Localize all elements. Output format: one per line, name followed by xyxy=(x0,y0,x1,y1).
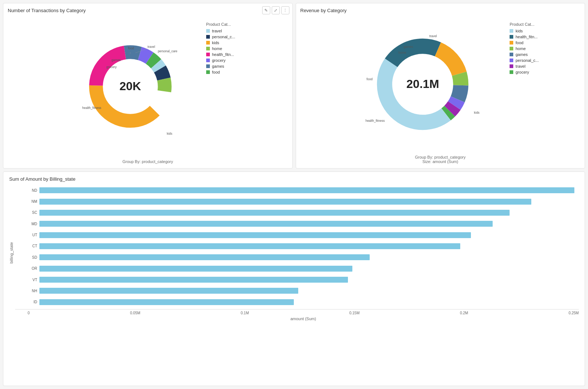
legend-item-travel: travel xyxy=(206,29,235,33)
chart2-legend: Product Cat... kids health_fitn... food xyxy=(510,22,539,74)
x-tick-5: 0.25M xyxy=(568,311,579,315)
legend-item-grocery: grocery xyxy=(206,58,235,63)
chart1-label-home: home xyxy=(88,138,96,138)
chart2-label-health: health_fitness xyxy=(366,119,385,122)
bar-label-ct: CT xyxy=(27,244,37,248)
legend-color-games xyxy=(206,64,210,68)
legend2-color-personal xyxy=(510,59,513,62)
legend-item-health: health_fitn... xyxy=(206,52,235,57)
legend2-item-games: games xyxy=(510,52,539,57)
chart2-donut-container: travel games home food health_fitness ki… xyxy=(342,18,504,151)
chart2-legend-title: Product Cat... xyxy=(510,22,539,26)
chart3-bars: ND NM SC xyxy=(15,185,579,308)
bar-row-md: MD xyxy=(27,220,579,228)
legend-label-kids: kids xyxy=(212,40,219,45)
bar-label-vt: VT xyxy=(27,278,37,282)
chart3-inner: ND NM SC xyxy=(15,185,579,321)
chart3-x-axis: 0 0.05M 0.1M 0.15M 0.2M 0.25M xyxy=(15,309,579,315)
legend-color-grocery xyxy=(206,59,210,62)
legend-item-home: home xyxy=(206,46,235,51)
chart2-label-games: games xyxy=(404,45,413,49)
edit-button[interactable]: ✎ xyxy=(262,6,270,14)
bar-bg-id xyxy=(39,299,579,305)
bar-row-nd: ND xyxy=(27,186,579,194)
chart1-label-travel: travel xyxy=(147,45,155,49)
chart-revenue-by-category: Revenue by Category xyxy=(296,3,585,169)
legend-color-travel xyxy=(206,29,210,33)
legend-color-kids xyxy=(206,41,210,45)
legend2-label-travel: travel xyxy=(515,64,525,68)
x-tick-1: 0.05M xyxy=(130,311,140,315)
bar-row-nh: NH xyxy=(27,287,579,295)
bar-row-ut: UT xyxy=(27,231,579,239)
chart1-label-games: games xyxy=(111,58,120,61)
bar-fill-nd xyxy=(39,187,574,193)
bar-bg-nm xyxy=(39,199,579,205)
bar-bg-sd xyxy=(39,254,579,260)
legend2-label-food: food xyxy=(515,40,523,45)
legend-label-travel: travel xyxy=(212,29,222,33)
x-tick-3: 0.15M xyxy=(349,311,360,315)
legend2-label-grocery: grocery xyxy=(515,70,529,74)
bar-fill-md xyxy=(39,221,493,227)
chart1-label-kids: kids xyxy=(167,131,172,135)
legend2-item-travel: travel xyxy=(510,64,539,68)
chart-sum-amount-by-state: Sum of Amount by Billing_state billing_s… xyxy=(3,171,585,386)
chart1-title: Number of Transactions by Category xyxy=(8,8,288,13)
bar-fill-nm xyxy=(39,199,531,205)
legend2-color-kids xyxy=(510,29,513,33)
legend-label-home: home xyxy=(212,46,222,51)
legend2-label-home: home xyxy=(515,46,526,51)
bar-fill-ut xyxy=(39,232,471,238)
legend2-item-food: food xyxy=(510,40,539,45)
legend-item-food: food xyxy=(206,70,235,74)
chart2-title: Revenue by Category xyxy=(300,8,581,13)
chart1-label-personal: personal_care xyxy=(158,49,177,53)
bar-bg-nh xyxy=(39,288,579,294)
bar-row-id: ID xyxy=(27,298,579,306)
legend2-color-games xyxy=(510,53,513,56)
chart2-label-travel: travel xyxy=(429,34,437,38)
chart2-donut-area: travel games home food health_fitness ki… xyxy=(300,15,581,153)
bar-label-ut: UT xyxy=(27,233,37,237)
chart2-label-food-left: food xyxy=(367,77,373,81)
chart2-label-home: home xyxy=(398,51,406,54)
legend2-label-personal: personal_c... xyxy=(515,58,539,63)
chart2-footer1: Group By: product_category xyxy=(300,155,581,159)
bar-bg-vt xyxy=(39,277,579,283)
legend-label-health: health_fitn... xyxy=(212,52,234,57)
legend2-color-health xyxy=(510,35,513,39)
bar-row-or: OR xyxy=(27,265,579,273)
x-tick-0: 0 xyxy=(28,311,30,315)
legend2-item-personal: personal_c... xyxy=(510,58,539,63)
bar-fill-sc xyxy=(39,210,510,216)
bar-row-vt: VT xyxy=(27,276,579,284)
legend2-color-grocery xyxy=(510,70,513,74)
legend-color-food xyxy=(206,70,210,74)
expand-button[interactable]: ⤢ xyxy=(272,6,280,14)
chart1-center-value: 20K xyxy=(119,79,141,93)
bar-fill-sd xyxy=(39,254,370,260)
bar-bg-sc xyxy=(39,210,579,216)
legend2-color-home xyxy=(510,47,513,50)
bar-label-id: ID xyxy=(27,300,37,304)
legend2-color-food xyxy=(510,41,513,45)
legend-label-grocery: grocery xyxy=(212,58,226,63)
bar-label-md: MD xyxy=(27,222,37,226)
bar-row-nm: NM xyxy=(27,198,579,206)
bar-row-sc: SC xyxy=(27,209,579,217)
legend2-color-travel xyxy=(510,64,513,68)
chart1-donut-area: food travel personal_care kids home heal… xyxy=(8,15,288,158)
chart1-label-grocery: grocery xyxy=(106,65,117,68)
chart2-center-value: 20.1M xyxy=(406,77,439,91)
legend-label-food: food xyxy=(212,70,220,74)
legend2-label-health: health_fitn... xyxy=(515,35,538,39)
more-button[interactable]: ⋮ xyxy=(281,6,289,14)
chart1-legend-title: Product Cat... xyxy=(206,22,235,26)
bar-bg-ut xyxy=(39,232,579,238)
bar-fill-nh xyxy=(39,288,298,294)
chart1-legend: Product Cat... travel personal_c... kids xyxy=(206,22,235,74)
chart-transactions-by-category: Number of Transactions by Category xyxy=(3,3,293,169)
chart1-label-health: health_fitness xyxy=(82,106,101,109)
bar-fill-ct xyxy=(39,243,460,249)
